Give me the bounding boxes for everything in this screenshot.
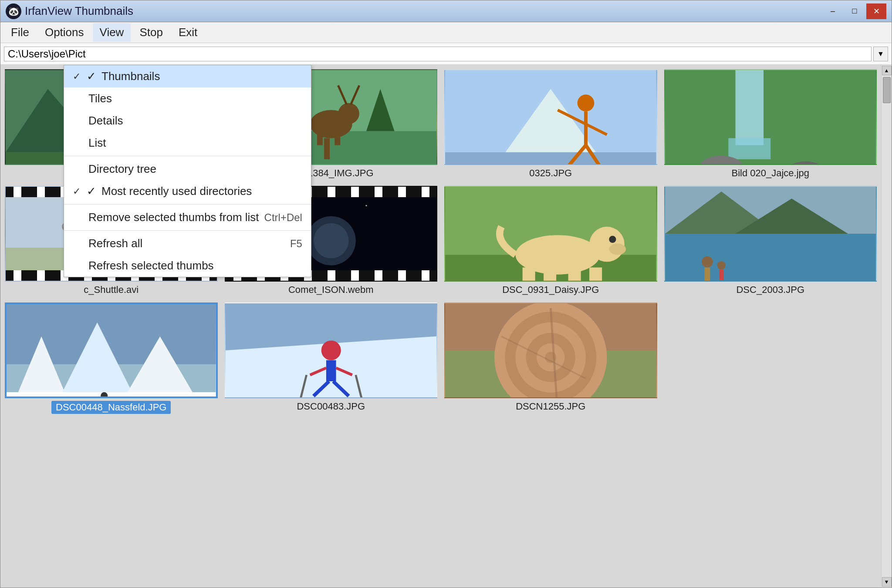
menu-stop[interactable]: Stop: [132, 23, 170, 42]
view-menu-refresh-selected[interactable]: Refresh selected thumbs: [64, 255, 311, 277]
address-input[interactable]: [4, 47, 872, 61]
thumb-img-3: [444, 69, 657, 165]
thumb-item-7[interactable]: DSC_0931_Daisy.JPG: [444, 186, 657, 296]
thumb-item-11[interactable]: DSCN1255.JPG: [444, 302, 657, 414]
svg-rect-29: [728, 138, 770, 159]
thumb-label-4: Bild 020_Jajce.jpg: [731, 168, 809, 179]
view-dropdown-menu: ✓ Thumbnails Tiles Details List: [64, 65, 311, 277]
svg-point-20: [578, 94, 595, 111]
window-controls: – □ ✕: [823, 3, 886, 19]
thumb-img-11: [444, 302, 657, 398]
main-content: 111-1: [0, 65, 892, 588]
menu-separator-2: [64, 204, 311, 205]
thumb-label-5: c_Shuttle.avi: [84, 284, 139, 296]
thumb-label-3: 0325.JPG: [529, 168, 572, 179]
thumb-item-10[interactable]: DSC00483.JPG: [225, 302, 438, 414]
svg-rect-12: [334, 124, 340, 145]
svg-point-55: [609, 236, 616, 243]
svg-rect-66: [704, 268, 710, 281]
thumb-img-4: [664, 69, 877, 165]
scrollbar-down-button[interactable]: ▼: [882, 577, 892, 587]
menu-file[interactable]: File: [4, 23, 36, 42]
scrollbar-track: ▲ ▼: [881, 65, 892, 588]
svg-rect-64: [665, 234, 876, 281]
address-dropdown-button[interactable]: ▼: [873, 47, 888, 61]
view-menu-mru[interactable]: ✓ Most recently used directories: [64, 180, 311, 202]
view-menu-tiles[interactable]: Tiles: [64, 87, 311, 110]
thumb-img-7: [444, 186, 657, 282]
thumb-item-4[interactable]: Bild 020_Jajce.jpg: [664, 69, 877, 179]
view-menu-refresh-all[interactable]: Refresh all F5: [64, 232, 311, 255]
thumb-label-6: Comet_ISON.webm: [288, 284, 374, 296]
thumb-img-9: [5, 302, 218, 398]
thumb-label-9: DSC00448_Nassfeld.JPG: [51, 401, 171, 414]
svg-rect-59: [589, 268, 602, 281]
scrollbar-up-button[interactable]: ▲: [882, 66, 892, 75]
menu-exit[interactable]: Exit: [172, 23, 204, 42]
thumb-img-10: [225, 302, 438, 398]
svg-point-81: [321, 340, 341, 360]
thumb-img-8: [664, 186, 877, 282]
svg-point-67: [717, 261, 725, 269]
close-button[interactable]: ✕: [866, 3, 886, 19]
view-menu-remove-thumbs[interactable]: Remove selected thumbs from list Ctrl+De…: [64, 206, 311, 228]
scrollbar-thumb[interactable]: [883, 77, 891, 103]
window-title: IrfanView Thumbnails: [25, 4, 133, 18]
thumb-label-7: DSC_0931_Daisy.JPG: [502, 284, 599, 296]
svg-rect-13: [324, 138, 330, 159]
svg-rect-58: [568, 268, 581, 281]
svg-point-43: [365, 205, 367, 206]
view-menu-list[interactable]: List: [64, 132, 311, 154]
address-bar: ▼: [0, 43, 892, 65]
svg-point-14: [338, 103, 359, 124]
svg-rect-11: [317, 124, 322, 145]
thumb-label-11: DSCN1255.JPG: [516, 401, 585, 412]
minimize-button[interactable]: –: [823, 3, 843, 19]
thumb-item-9[interactable]: DSC00448_Nassfeld.JPG: [5, 302, 218, 414]
thumb-item-3[interactable]: 0325.JPG: [444, 69, 657, 179]
svg-point-47: [313, 223, 348, 259]
menu-separator-1: [64, 156, 311, 156]
thumb-item-8[interactable]: DSC_2003.JPG: [664, 186, 877, 296]
view-menu-directory-tree[interactable]: Directory tree: [64, 158, 311, 180]
svg-rect-19: [445, 152, 656, 164]
svg-point-54: [609, 244, 626, 255]
menu-view[interactable]: View: [93, 23, 131, 42]
title-bar: 🐼 IrfanView Thumbnails – □ ✕: [0, 0, 892, 22]
svg-rect-82: [326, 360, 336, 381]
menu-options[interactable]: Options: [38, 23, 91, 42]
check-thumbnails: ✓: [87, 70, 96, 83]
view-menu-details[interactable]: Details: [64, 110, 311, 132]
svg-rect-56: [523, 268, 535, 281]
svg-rect-68: [719, 269, 723, 280]
svg-point-65: [701, 256, 713, 268]
maximize-button[interactable]: □: [845, 3, 865, 19]
thumb-label-8: DSC_2003.JPG: [736, 284, 804, 296]
app-icon: 🐼: [6, 3, 21, 19]
title-bar-left: 🐼 IrfanView Thumbnails: [6, 3, 133, 19]
menu-bar: File Options View Stop Exit: [0, 22, 892, 43]
main-window: 🐼 IrfanView Thumbnails – □ ✕ File Option…: [0, 0, 892, 588]
svg-rect-28: [735, 70, 764, 145]
svg-rect-74: [7, 392, 216, 396]
check-mru: ✓: [87, 185, 96, 198]
svg-rect-57: [544, 268, 556, 281]
menu-separator-3: [64, 230, 311, 231]
view-menu-thumbnails[interactable]: ✓ Thumbnails: [64, 65, 311, 87]
thumb-label-10: DSC00483.JPG: [297, 401, 365, 412]
